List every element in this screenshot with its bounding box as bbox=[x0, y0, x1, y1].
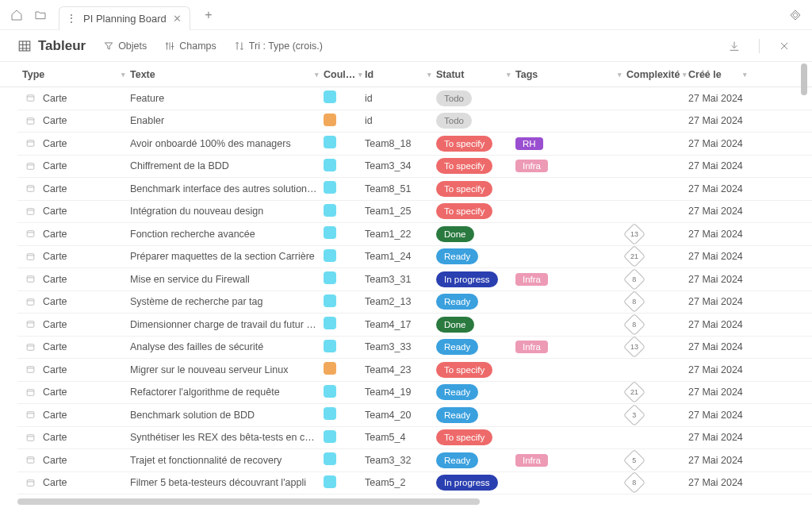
col-statut[interactable]: Statut▾ bbox=[436, 69, 515, 80]
table-row[interactable]: CarteSystème de recherche par tagTeam2_1… bbox=[17, 291, 812, 314]
cell-complexite[interactable]: 5 bbox=[626, 452, 688, 468]
cell-texte[interactable]: Chiffrement de la BDD bbox=[130, 160, 324, 171]
table-row[interactable]: CarteChiffrement de la BDDTeam3_34To spe… bbox=[17, 156, 812, 179]
cell-couleur[interactable] bbox=[324, 362, 365, 377]
cell-texte[interactable]: Trajet et fonctionnalité de recovery bbox=[130, 455, 324, 466]
table-row[interactable]: CarteSynthétiser les REX des bêta-tests … bbox=[17, 427, 812, 450]
table-body[interactable]: CarteFeatureidTodo27 Mai 2024CarteEnable… bbox=[0, 87, 812, 506]
col-tags[interactable]: Tags▾ bbox=[515, 69, 626, 80]
cell-couleur[interactable] bbox=[324, 271, 365, 287]
horizontal-scrollbar[interactable] bbox=[17, 498, 788, 506]
cell-statut[interactable]: To specify bbox=[436, 181, 515, 197]
cell-id[interactable]: id bbox=[365, 93, 436, 104]
table-row[interactable]: CarteFonction recherche avancéeTeam1_22D… bbox=[17, 223, 812, 246]
cell-texte[interactable]: Migrer sur le nouveau serveur Linux bbox=[130, 364, 324, 375]
cell-id[interactable]: Team4_17 bbox=[365, 319, 436, 330]
cell-couleur[interactable] bbox=[324, 475, 365, 491]
sort-control[interactable]: Tri : Type (crois.) bbox=[234, 40, 323, 52]
cell-statut[interactable]: Done bbox=[436, 226, 515, 242]
cell-tags[interactable]: Infra bbox=[515, 341, 626, 353]
table-row[interactable]: CarteRefactorer l'algorithme de requêteT… bbox=[17, 382, 812, 405]
cell-texte[interactable]: Synthétiser les REX des bêta-tests en co… bbox=[130, 432, 324, 443]
table-row[interactable]: CarteTrajet et fonctionnalité de recover… bbox=[17, 449, 812, 472]
col-type[interactable]: Type▾ bbox=[17, 69, 130, 80]
filter-objets[interactable]: Objets bbox=[103, 40, 147, 52]
cell-statut[interactable]: Done bbox=[436, 317, 515, 333]
cell-id[interactable]: Team2_13 bbox=[365, 296, 436, 307]
vertical-scrollbar[interactable] bbox=[801, 64, 807, 497]
cell-statut[interactable]: Ready bbox=[436, 294, 515, 310]
cell-couleur[interactable] bbox=[324, 114, 365, 129]
download-icon[interactable] bbox=[724, 36, 745, 56]
cell-texte[interactable]: Dimensionner charge de travail du futur … bbox=[130, 319, 324, 330]
cell-texte[interactable]: Intégration du nouveau design bbox=[130, 206, 324, 217]
cell-id[interactable]: Team8_18 bbox=[365, 138, 436, 149]
cell-texte[interactable]: Avoir onboardé 100% des managers bbox=[130, 138, 324, 149]
cell-complexite[interactable]: 13 bbox=[626, 226, 688, 242]
cell-complexite[interactable]: 8 bbox=[626, 271, 688, 287]
table-row[interactable]: CarteAvoir onboardé 100% des managersTea… bbox=[17, 133, 812, 156]
cell-texte[interactable]: Analyse des failles de sécurité bbox=[130, 341, 324, 352]
tab-menu-icon[interactable]: ⋮ bbox=[66, 13, 77, 24]
cell-statut[interactable]: To specify bbox=[436, 203, 515, 219]
app-logo-icon[interactable] bbox=[785, 5, 806, 25]
cell-couleur[interactable] bbox=[324, 181, 365, 196]
cell-id[interactable]: Team1_25 bbox=[365, 206, 436, 217]
table-row[interactable]: CarteMigrer sur le nouveau serveur Linux… bbox=[17, 359, 812, 382]
cell-id[interactable]: Team4_19 bbox=[365, 387, 436, 398]
col-cree[interactable]: Créé le▾ bbox=[688, 69, 752, 80]
cell-couleur[interactable] bbox=[324, 385, 365, 400]
cell-texte[interactable]: Fonction recherche avancée bbox=[130, 229, 324, 240]
table-row[interactable]: CarteFeatureidTodo27 Mai 2024 bbox=[17, 87, 812, 110]
cell-id[interactable]: Team1_22 bbox=[365, 229, 436, 240]
cell-tags[interactable]: Infra bbox=[515, 160, 626, 172]
col-couleur[interactable]: Coul…▾ bbox=[324, 69, 365, 80]
cell-couleur[interactable] bbox=[324, 407, 365, 422]
cell-tags[interactable]: RH bbox=[515, 137, 626, 150]
table-row[interactable]: CarteDimensionner charge de travail du f… bbox=[17, 314, 812, 337]
cell-couleur[interactable] bbox=[324, 317, 365, 332]
cell-id[interactable]: Team1_24 bbox=[365, 251, 436, 262]
cell-statut[interactable]: In progress bbox=[436, 271, 515, 287]
table-row[interactable]: CarteIntégration du nouveau designTeam1_… bbox=[17, 201, 812, 224]
table-row[interactable]: CarteMise en service du FirewallTeam3_31… bbox=[17, 268, 812, 291]
cell-complexite[interactable]: 21 bbox=[626, 384, 688, 400]
filter-champs[interactable]: Champs bbox=[164, 40, 216, 52]
cell-id[interactable]: Team4_23 bbox=[365, 364, 436, 375]
folder-icon[interactable] bbox=[30, 5, 51, 25]
col-complexite[interactable]: Complexité▾ bbox=[626, 69, 688, 80]
cell-texte[interactable]: Benchmark solution de BDD bbox=[130, 410, 324, 421]
cell-complexite[interactable]: 8 bbox=[626, 475, 688, 491]
table-row[interactable]: CarteAnalyse des failles de sécuritéTeam… bbox=[17, 337, 812, 360]
cell-id[interactable]: Team3_32 bbox=[365, 455, 436, 466]
cell-statut[interactable]: Ready bbox=[436, 407, 515, 423]
cell-statut[interactable]: To specify bbox=[436, 429, 515, 445]
cell-id[interactable]: Team3_34 bbox=[365, 160, 436, 171]
close-panel-icon[interactable] bbox=[774, 36, 795, 56]
cell-id[interactable]: Team3_31 bbox=[365, 274, 436, 285]
cell-couleur[interactable] bbox=[324, 452, 365, 468]
home-icon[interactable] bbox=[6, 5, 27, 25]
cell-tags[interactable]: Infra bbox=[515, 273, 626, 286]
cell-tags[interactable]: Infra bbox=[515, 454, 626, 467]
cell-texte[interactable]: Feature bbox=[130, 93, 324, 104]
cell-id[interactable]: Team4_20 bbox=[365, 410, 436, 421]
cell-couleur[interactable] bbox=[324, 340, 365, 355]
cell-couleur[interactable] bbox=[324, 204, 365, 219]
cell-statut[interactable]: Ready bbox=[436, 384, 515, 400]
cell-texte[interactable]: Filmer 5 beta-testeurs découvrant l'appl… bbox=[130, 477, 324, 488]
cell-statut[interactable]: Ready bbox=[436, 452, 515, 468]
cell-complexite[interactable]: 13 bbox=[626, 339, 688, 355]
table-row[interactable]: CarteBenchmark solution de BDDTeam4_20Re… bbox=[17, 404, 812, 427]
cell-id[interactable]: Team8_51 bbox=[365, 183, 436, 194]
cell-statut[interactable]: To specify bbox=[436, 362, 515, 378]
cell-couleur[interactable] bbox=[324, 226, 365, 241]
table-row[interactable]: CarteEnableridTodo27 Mai 2024 bbox=[17, 110, 812, 133]
cell-statut[interactable]: Ready bbox=[436, 248, 515, 264]
cell-texte[interactable]: Système de recherche par tag bbox=[130, 296, 324, 307]
cell-id[interactable]: Team5_2 bbox=[365, 477, 436, 488]
cell-statut[interactable]: Todo bbox=[436, 113, 515, 129]
cell-id[interactable]: id bbox=[365, 115, 436, 126]
col-texte[interactable]: Texte▾ bbox=[130, 69, 324, 80]
cell-id[interactable]: Team5_4 bbox=[365, 432, 436, 443]
